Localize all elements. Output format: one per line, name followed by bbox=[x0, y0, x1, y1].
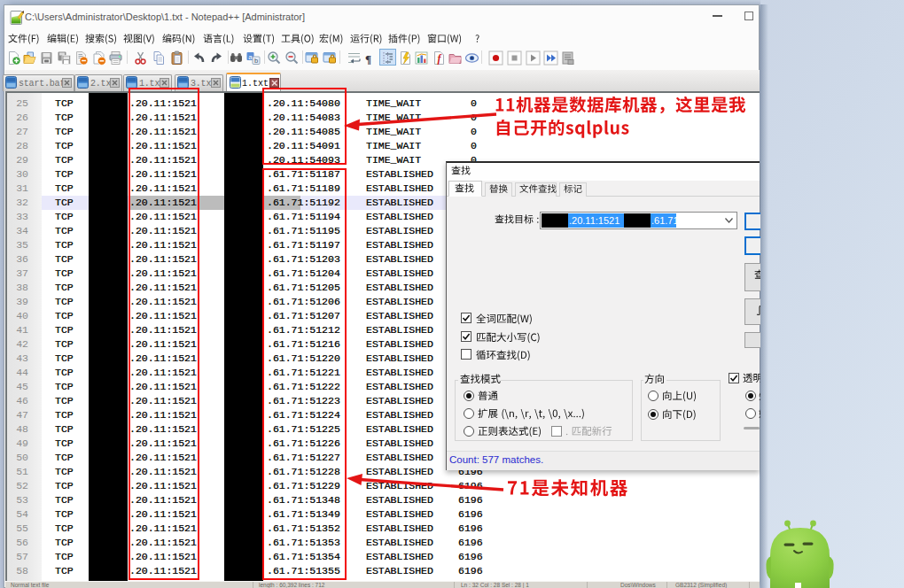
svg-text:¶: ¶ bbox=[364, 52, 370, 66]
svg-text:b: b bbox=[254, 57, 258, 65]
